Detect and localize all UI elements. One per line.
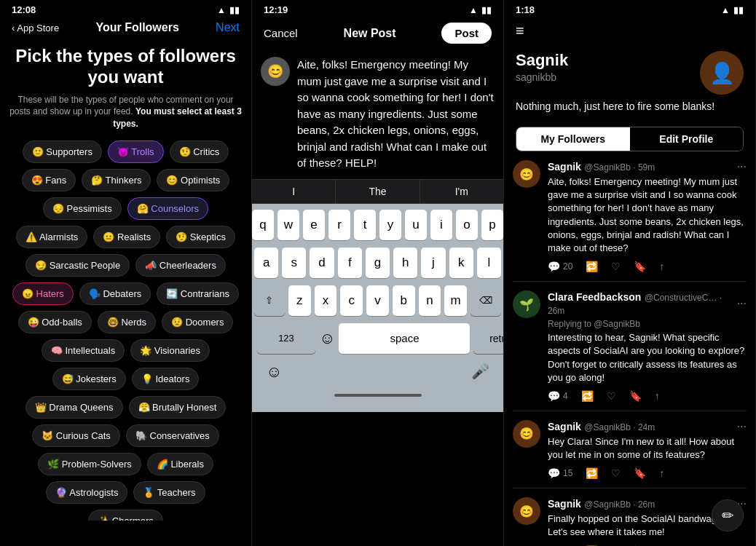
tag-doomers[interactable]: 😟 Doomers xyxy=(162,311,233,333)
tag-optimists[interactable]: 😊 Optimists xyxy=(157,169,229,191)
tag-realists[interactable]: 😐 Realists xyxy=(93,226,160,248)
feed-retweet-0[interactable]: 🔁 xyxy=(586,261,598,272)
tag-teachers[interactable]: 🏅 Teachers xyxy=(133,481,205,504)
feed-share-1[interactable]: ↑ xyxy=(655,390,660,402)
compose-text[interactable]: Aite, folks! Emergency meeting! My mum j… xyxy=(297,57,495,172)
tag-fans[interactable]: 😍 Fans xyxy=(22,169,76,191)
tag-charmers[interactable]: ✨ Charmers xyxy=(88,510,163,521)
tag-alarmists[interactable]: ⚠️ Alarmists xyxy=(16,226,87,248)
tag-nerds[interactable]: 🤓 Nerds xyxy=(98,311,156,333)
tag-problem-solvers[interactable]: 🌿 Problem-Solvers xyxy=(38,453,141,475)
feed-comment-1[interactable]: 💬 4 xyxy=(548,390,568,402)
tab-edit-profile[interactable]: Edit Profile xyxy=(630,127,744,151)
feed-bookmark-0[interactable]: 🔖 xyxy=(634,261,646,272)
tag-trolls[interactable]: 😈 Trolls xyxy=(108,141,164,163)
tag-supporters[interactable]: 🙂 Supporters xyxy=(23,141,102,163)
menu-icon[interactable]: ≡ xyxy=(516,23,524,39)
feed-share-2[interactable]: ↑ xyxy=(659,467,664,479)
back-button[interactable]: ‹ App Store xyxy=(12,23,59,33)
tag-skeptics[interactable]: 🤨 Skeptics xyxy=(166,226,235,248)
tag-pessimists[interactable]: 😔 Pessimists xyxy=(43,197,122,220)
tag-intellectuals[interactable]: 🧠 Intellectuals xyxy=(42,339,125,362)
key-n[interactable]: n xyxy=(419,285,441,316)
feed-header-1: Clara Feedbackson @ConstructiveC… · 26m … xyxy=(548,290,747,317)
next-button[interactable]: Next xyxy=(216,21,240,34)
feed-bookmark-1[interactable]: 🔖 xyxy=(629,390,642,402)
key-l[interactable]: l xyxy=(477,248,501,278)
shift-key[interactable]: ⇧ xyxy=(254,285,285,316)
key-y[interactable]: y xyxy=(379,210,401,240)
tag-critics[interactable]: 🤨 Critics xyxy=(170,141,229,163)
wifi-icon-2: ▲ xyxy=(469,5,478,15)
back-label[interactable]: App Store xyxy=(17,23,59,33)
key-f[interactable]: f xyxy=(338,248,362,278)
emoji-key[interactable]: ☺ xyxy=(319,329,335,348)
tag-jokesters[interactable]: 😅 Jokesters xyxy=(52,368,126,390)
key-m[interactable]: m xyxy=(444,285,467,316)
key-g[interactable]: g xyxy=(366,248,390,278)
tag-contrarians[interactable]: 🔄 Contrarians xyxy=(157,282,239,305)
feed-share-0[interactable]: ↑ xyxy=(659,261,664,272)
key-p[interactable]: p xyxy=(481,210,503,240)
feed-like-2[interactable]: ♡ xyxy=(611,467,621,479)
tag-brutally-honest[interactable]: 😤 Brutally Honest xyxy=(129,396,227,419)
post-button[interactable]: Post xyxy=(441,23,492,44)
feed-comment-0[interactable]: 💬 20 xyxy=(548,261,572,272)
key-r[interactable]: r xyxy=(328,210,350,240)
tag-counselors[interactable]: 🤗 Counselors xyxy=(127,197,208,220)
feed-like-0[interactable]: ♡ xyxy=(611,261,621,272)
key-e[interactable]: e xyxy=(303,210,325,240)
key-i[interactable]: i xyxy=(430,210,452,240)
tag-sarcastic-people[interactable]: 😏 Sarcastic People xyxy=(25,254,130,277)
key-o[interactable]: o xyxy=(456,210,478,240)
tag-liberals[interactable]: 🌈 Liberals xyxy=(147,453,213,475)
space-key[interactable]: space xyxy=(339,323,470,354)
tag-visionaries[interactable]: 🌟 Visionaries xyxy=(130,339,210,362)
key-h[interactable]: h xyxy=(393,248,417,278)
key-q[interactable]: q xyxy=(252,210,274,240)
feed-more-0[interactable]: ··· xyxy=(737,160,747,173)
tag-ideators[interactable]: 💡 Ideators xyxy=(132,368,200,390)
feed-bookmark-2[interactable]: 🔖 xyxy=(634,467,646,479)
emoji-toggle[interactable]: ☺ xyxy=(266,363,282,381)
key-u[interactable]: u xyxy=(405,210,427,240)
key-a[interactable]: a xyxy=(254,248,278,278)
tag-odd-balls[interactable]: 😜 Odd-balls xyxy=(18,311,92,333)
feed-retweet-1[interactable]: 🔁 xyxy=(581,390,594,402)
feed-comment-2[interactable]: 💬 15 xyxy=(548,467,572,479)
key-j[interactable]: j xyxy=(421,248,445,278)
key-w[interactable]: w xyxy=(277,210,299,240)
autocomplete-i[interactable]: I xyxy=(252,180,336,203)
autocomplete-im[interactable]: I'm xyxy=(420,180,503,203)
feed-like-1[interactable]: ♡ xyxy=(607,390,616,402)
key-k[interactable]: k xyxy=(449,248,473,278)
key-t[interactable]: t xyxy=(354,210,376,240)
key-v[interactable]: v xyxy=(366,285,389,316)
key-d[interactable]: d xyxy=(310,248,334,278)
compose-fab[interactable]: ✏ xyxy=(712,499,744,531)
key-z[interactable]: z xyxy=(288,285,311,316)
return-key[interactable]: return xyxy=(473,323,504,354)
key-x[interactable]: x xyxy=(315,285,337,316)
mic-button[interactable]: 🎤 xyxy=(471,363,489,381)
tag-debaters[interactable]: 🗣️ Debaters xyxy=(79,282,151,305)
feed-item-0: 😊 Sagnik @SagnikBb · 59m ··· Aite, folks… xyxy=(513,151,747,282)
autocomplete-the[interactable]: The xyxy=(336,180,420,203)
key-b[interactable]: b xyxy=(393,285,415,316)
tag-curious-cats[interactable]: 🐱 Curious Cats xyxy=(32,424,120,447)
key-s[interactable]: s xyxy=(282,248,306,278)
tag-conservatives[interactable]: 🐘 Conservatives xyxy=(126,424,219,447)
feed-more-1[interactable]: ··· xyxy=(737,297,747,310)
numbers-key[interactable]: 123 xyxy=(257,323,315,354)
tag-drama-queens[interactable]: 👑 Drama Queens xyxy=(25,396,123,419)
tag-cheerleaders[interactable]: 📣 Cheerleaders xyxy=(135,254,226,277)
tag-astrologists[interactable]: 🔮 Astrologists xyxy=(46,481,127,504)
tab-my-followers[interactable]: My Followers xyxy=(516,127,630,151)
key-c[interactable]: c xyxy=(340,285,363,316)
tag-haters[interactable]: 😠 Haters xyxy=(12,282,74,305)
tag-thinkers[interactable]: 🤔 Thinkers xyxy=(82,169,151,191)
feed-more-2[interactable]: ··· xyxy=(737,420,747,433)
feed-retweet-2[interactable]: 🔁 xyxy=(586,467,598,479)
cancel-button[interactable]: Cancel xyxy=(264,27,298,39)
delete-key[interactable]: ⌫ xyxy=(470,285,501,316)
